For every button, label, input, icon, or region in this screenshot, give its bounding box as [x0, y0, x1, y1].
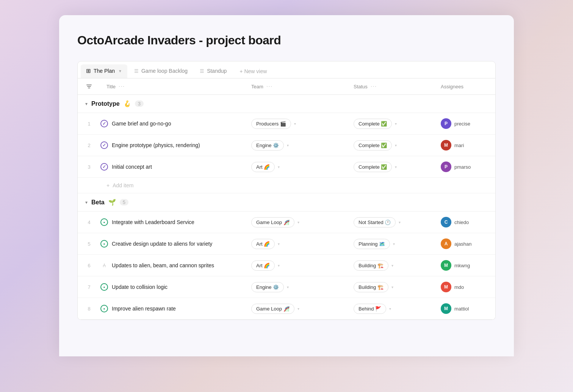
row-num-8: 8 — [78, 301, 100, 317]
assignee-name-6: mkwng — [454, 263, 470, 268]
status-cell-2[interactable]: Complete ✅ ▾ — [348, 135, 423, 156]
filter-icon — [86, 85, 92, 88]
status-dropdown-4[interactable]: ▾ — [399, 220, 401, 224]
table-row: 5 Creative design update to aliens for v… — [78, 233, 495, 255]
chevron-beta[interactable]: ▾ — [85, 200, 88, 205]
assignee-cell-1: P precise — [435, 113, 495, 134]
status-icon-branch-6: ⑃ — [100, 262, 108, 269]
th-team: Team ··· — [245, 78, 336, 94]
tab-label-the-plan: The Plan — [94, 68, 115, 74]
status-dropdown-6[interactable]: ▾ — [391, 263, 393, 268]
row-title-1[interactable]: Game brief and go-no-go — [100, 114, 234, 133]
status-badge-1: Complete ✅ — [354, 119, 392, 129]
table-row: 2 Engine prototype (physics, rendering) … — [78, 135, 495, 156]
team-badge-4: Game Loop 🎢 — [251, 217, 294, 227]
tab-dropdown-the-plan[interactable]: ▼ — [118, 69, 122, 73]
th-team-options[interactable]: ··· — [266, 83, 272, 90]
status-cell-5[interactable]: Planning 🗺️ ▾ — [348, 234, 423, 254]
th-title-label: Title — [106, 84, 116, 89]
status-dropdown-7[interactable]: ▾ — [391, 285, 393, 289]
table-row: 7 Update to collision logic Engine ⚙️ ▾ … — [78, 276, 495, 298]
row-num-2: 2 — [78, 137, 100, 154]
section-beta[interactable]: ▾ Beta 🌱 5 — [78, 193, 495, 212]
th-title-options[interactable]: ··· — [119, 83, 125, 90]
avatar-8: M — [441, 303, 451, 314]
team-dropdown-8[interactable]: ▾ — [297, 307, 299, 311]
table-row: 3 Initial concept art Art 🌈 ▾ Complete ✅… — [78, 156, 495, 178]
status-icon-complete-2 — [100, 141, 108, 149]
row-title-text-4: Integrate with Leaderboard Service — [112, 219, 194, 225]
th-status-spacer — [423, 78, 435, 94]
status-badge-7: Building 🏗️ — [354, 282, 388, 292]
row-title-text-3: Initial concept art — [112, 164, 152, 170]
th-filter — [78, 78, 100, 94]
team-cell-4[interactable]: Game Loop 🎢 ▾ — [245, 212, 336, 233]
row-num-5: 5 — [78, 236, 100, 252]
new-view-button[interactable]: + New view — [235, 65, 271, 77]
status-cell-1[interactable]: Complete ✅ ▾ — [348, 113, 423, 134]
tab-the-plan[interactable]: ⊞ The Plan ▼ — [81, 64, 127, 78]
team-dropdown-5[interactable]: ▾ — [278, 242, 280, 246]
status-cell-3[interactable]: Complete ✅ ▾ — [348, 157, 423, 177]
assignee-cell-5: A ajashan — [435, 233, 495, 254]
new-view-label: + New view — [240, 68, 267, 74]
tab-game-loop-backlog[interactable]: ☰ Game loop Backlog — [129, 65, 193, 78]
team-cell-6[interactable]: Art 🌈 ▾ — [245, 255, 336, 276]
add-item-prototype[interactable]: + Add item — [78, 178, 495, 193]
row-title-3[interactable]: Initial concept art — [100, 158, 234, 176]
th-team-spacer — [336, 78, 348, 94]
status-icon-in-progress-7 — [100, 283, 108, 291]
team-dropdown-2[interactable]: ▾ — [287, 143, 289, 147]
app-container: OctoArcade Invaders - project board ⊞ Th… — [59, 15, 514, 356]
status-badge-8: Behind 🚩 — [354, 304, 386, 314]
tab-standup[interactable]: ☰ Standup — [194, 65, 232, 78]
tab-icon-game-loop: ☰ — [134, 68, 139, 74]
team-cell-3[interactable]: Art 🌈 ▾ — [245, 157, 336, 177]
th-team-label: Team — [251, 84, 263, 89]
add-item-icon-prototype: + — [106, 182, 110, 188]
section-prototype[interactable]: ▾ Prototype 🪝 3 — [78, 95, 495, 113]
team-cell-7[interactable]: Engine ⚙️ ▾ — [245, 277, 336, 298]
team-dropdown-6[interactable]: ▾ — [278, 263, 280, 268]
row-title-8[interactable]: Improve alien respawn rate — [100, 299, 234, 318]
th-status-options[interactable]: ··· — [371, 83, 377, 90]
team-cell-8[interactable]: Game Loop 🎢 ▾ — [245, 298, 336, 319]
team-dropdown-3[interactable]: ▾ — [278, 165, 280, 169]
row-title-7[interactable]: Update to collision logic — [100, 278, 234, 296]
team-badge-7: Engine ⚙️ — [251, 282, 284, 292]
row-title-text-1: Game brief and go-no-go — [112, 121, 171, 127]
team-badge-8: Game Loop 🎢 — [251, 304, 294, 314]
team-dropdown-7[interactable]: ▾ — [287, 285, 289, 289]
status-dropdown-1[interactable]: ▾ — [395, 122, 397, 126]
status-cell-4[interactable]: Not Started 🕐 ▾ — [348, 212, 423, 233]
row-title-4[interactable]: Integrate with Leaderboard Service — [100, 213, 234, 231]
team-cell-5[interactable]: Art 🌈 ▾ — [245, 234, 336, 254]
status-cell-6[interactable]: Building 🏗️ ▾ — [348, 255, 423, 276]
team-dropdown-1[interactable]: ▾ — [294, 122, 296, 126]
status-dropdown-5[interactable]: ▾ — [393, 242, 395, 246]
chevron-prototype[interactable]: ▾ — [85, 101, 88, 107]
row-num-3: 3 — [78, 159, 100, 175]
row-title-text-2: Engine prototype (physics, rendering) — [112, 142, 200, 148]
team-cell-1[interactable]: Producers 🎬 ▾ — [245, 113, 336, 134]
status-dropdown-3[interactable]: ▾ — [395, 165, 397, 169]
team-dropdown-4[interactable]: ▾ — [297, 220, 299, 224]
th-assignees: Assignees — [435, 78, 495, 94]
assignee-name-4: chiedo — [454, 220, 469, 225]
status-badge-2: Complete ✅ — [354, 140, 392, 151]
status-cell-7[interactable]: Building 🏗️ ▾ — [348, 277, 423, 298]
section-beta-emoji: 🌱 — [108, 199, 116, 206]
row-title-text-6: Updates to alien, beam, and cannon sprit… — [112, 262, 214, 268]
row-title-5[interactable]: Creative design update to aliens for var… — [100, 235, 234, 253]
th-assignees-label: Assignees — [441, 84, 463, 89]
table-row: 1 Game brief and go-no-go Producers 🎬 ▾ … — [78, 113, 495, 135]
row-title-text-7: Update to collision logic — [112, 284, 168, 290]
status-dropdown-8[interactable]: ▾ — [389, 307, 391, 311]
row-title-2[interactable]: Engine prototype (physics, rendering) — [100, 136, 234, 154]
status-cell-8[interactable]: Behind 🚩 ▾ — [348, 298, 423, 319]
status-dropdown-2[interactable]: ▾ — [395, 143, 397, 147]
row-title-6[interactable]: ⑃ Updates to alien, beam, and cannon spr… — [100, 256, 234, 274]
assignee-cell-2: M mari — [435, 135, 495, 156]
avatar-1: P — [441, 118, 451, 129]
team-cell-2[interactable]: Engine ⚙️ ▾ — [245, 135, 336, 156]
